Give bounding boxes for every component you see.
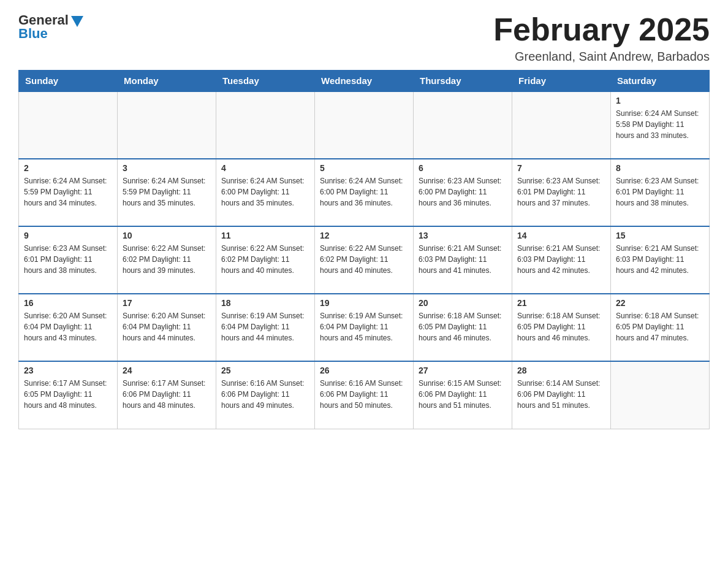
day-info: Sunrise: 6:23 AM Sunset: 6:01 PM Dayligh… bbox=[517, 175, 605, 209]
day-info: Sunrise: 6:14 AM Sunset: 6:06 PM Dayligh… bbox=[517, 378, 605, 411]
day-number: 15 bbox=[616, 231, 704, 240]
day-info: Sunrise: 6:24 AM Sunset: 6:00 PM Dayligh… bbox=[221, 175, 309, 209]
calendar-cell: 22Sunrise: 6:18 AM Sunset: 6:05 PM Dayli… bbox=[611, 294, 710, 361]
day-info: Sunrise: 6:16 AM Sunset: 6:06 PM Dayligh… bbox=[320, 378, 408, 411]
calendar-cell bbox=[512, 91, 611, 159]
calendar-week-row: 1Sunrise: 6:24 AM Sunset: 5:58 PM Daylig… bbox=[19, 91, 710, 159]
day-number: 25 bbox=[221, 366, 309, 375]
calendar-week-row: 2Sunrise: 6:24 AM Sunset: 5:59 PM Daylig… bbox=[19, 159, 710, 226]
day-number: 17 bbox=[123, 298, 211, 308]
calendar-cell: 6Sunrise: 6:23 AM Sunset: 6:00 PM Daylig… bbox=[414, 159, 512, 226]
day-info: Sunrise: 6:24 AM Sunset: 6:00 PM Dayligh… bbox=[320, 175, 408, 209]
calendar-cell: 28Sunrise: 6:14 AM Sunset: 6:06 PM Dayli… bbox=[512, 361, 611, 429]
calendar-cell: 4Sunrise: 6:24 AM Sunset: 6:00 PM Daylig… bbox=[216, 159, 315, 226]
calendar-cell: 16Sunrise: 6:20 AM Sunset: 6:04 PM Dayli… bbox=[19, 294, 118, 361]
day-number: 14 bbox=[517, 231, 605, 240]
day-info: Sunrise: 6:23 AM Sunset: 6:01 PM Dayligh… bbox=[616, 175, 704, 209]
calendar-week-row: 16Sunrise: 6:20 AM Sunset: 6:04 PM Dayli… bbox=[19, 294, 710, 361]
calendar-cell: 3Sunrise: 6:24 AM Sunset: 5:59 PM Daylig… bbox=[118, 159, 216, 226]
day-number: 23 bbox=[24, 366, 112, 375]
calendar-cell bbox=[414, 91, 512, 159]
calendar-cell: 14Sunrise: 6:21 AM Sunset: 6:03 PM Dayli… bbox=[512, 226, 611, 294]
calendar-cell: 15Sunrise: 6:21 AM Sunset: 6:03 PM Dayli… bbox=[611, 226, 710, 294]
calendar-cell: 26Sunrise: 6:16 AM Sunset: 6:06 PM Dayli… bbox=[315, 361, 414, 429]
day-info: Sunrise: 6:22 AM Sunset: 6:02 PM Dayligh… bbox=[221, 243, 309, 276]
calendar-cell: 27Sunrise: 6:15 AM Sunset: 6:06 PM Dayli… bbox=[414, 361, 512, 429]
calendar-cell: 20Sunrise: 6:18 AM Sunset: 6:05 PM Dayli… bbox=[414, 294, 512, 361]
calendar-cell: 13Sunrise: 6:21 AM Sunset: 6:03 PM Dayli… bbox=[414, 226, 512, 294]
day-info: Sunrise: 6:18 AM Sunset: 6:05 PM Dayligh… bbox=[616, 310, 704, 343]
day-info: Sunrise: 6:22 AM Sunset: 6:02 PM Dayligh… bbox=[320, 243, 408, 276]
day-number: 9 bbox=[24, 231, 112, 240]
calendar-header-row: SundayMondayTuesdayWednesdayThursdayFrid… bbox=[19, 71, 710, 92]
day-number: 16 bbox=[24, 298, 112, 308]
day-number: 28 bbox=[517, 366, 605, 375]
day-number: 19 bbox=[320, 298, 408, 308]
day-number: 18 bbox=[221, 298, 309, 308]
day-info: Sunrise: 6:23 AM Sunset: 6:00 PM Dayligh… bbox=[419, 175, 507, 209]
calendar-cell: 5Sunrise: 6:24 AM Sunset: 6:00 PM Daylig… bbox=[315, 159, 414, 226]
day-number: 7 bbox=[517, 163, 605, 173]
day-info: Sunrise: 6:22 AM Sunset: 6:02 PM Dayligh… bbox=[123, 243, 211, 276]
title-block: February 2025 Greenland, Saint Andrew, B… bbox=[493, 12, 710, 64]
day-number: 10 bbox=[123, 231, 211, 240]
day-info: Sunrise: 6:20 AM Sunset: 6:04 PM Dayligh… bbox=[123, 310, 211, 343]
day-info: Sunrise: 6:17 AM Sunset: 6:06 PM Dayligh… bbox=[123, 378, 211, 411]
calendar-cell: 24Sunrise: 6:17 AM Sunset: 6:06 PM Dayli… bbox=[118, 361, 216, 429]
month-title: February 2025 bbox=[493, 12, 710, 47]
calendar-cell: 19Sunrise: 6:19 AM Sunset: 6:04 PM Dayli… bbox=[315, 294, 414, 361]
calendar-week-row: 9Sunrise: 6:23 AM Sunset: 6:01 PM Daylig… bbox=[19, 226, 710, 294]
day-number: 21 bbox=[517, 298, 605, 308]
day-of-week-header: Thursday bbox=[414, 71, 512, 92]
day-info: Sunrise: 6:20 AM Sunset: 6:04 PM Dayligh… bbox=[24, 310, 112, 343]
day-number: 1 bbox=[616, 96, 704, 105]
day-info: Sunrise: 6:24 AM Sunset: 5:58 PM Dayligh… bbox=[616, 108, 704, 141]
day-number: 20 bbox=[419, 298, 507, 308]
calendar-cell bbox=[315, 91, 414, 159]
page-header: General Blue February 2025 Greenland, Sa… bbox=[18, 12, 710, 64]
day-number: 6 bbox=[419, 163, 507, 173]
day-number: 11 bbox=[221, 231, 309, 240]
day-number: 24 bbox=[123, 366, 211, 375]
day-number: 3 bbox=[123, 163, 211, 173]
day-number: 22 bbox=[616, 298, 704, 308]
calendar-cell: 21Sunrise: 6:18 AM Sunset: 6:05 PM Dayli… bbox=[512, 294, 611, 361]
day-of-week-header: Saturday bbox=[611, 71, 710, 92]
day-info: Sunrise: 6:21 AM Sunset: 6:03 PM Dayligh… bbox=[616, 243, 704, 276]
logo: General Blue bbox=[18, 12, 83, 42]
day-info: Sunrise: 6:24 AM Sunset: 5:59 PM Dayligh… bbox=[24, 175, 112, 209]
day-of-week-header: Wednesday bbox=[315, 71, 414, 92]
calendar-cell: 23Sunrise: 6:17 AM Sunset: 6:05 PM Dayli… bbox=[19, 361, 118, 429]
calendar-cell: 18Sunrise: 6:19 AM Sunset: 6:04 PM Dayli… bbox=[216, 294, 315, 361]
day-info: Sunrise: 6:17 AM Sunset: 6:05 PM Dayligh… bbox=[24, 378, 112, 411]
logo-triangle-icon bbox=[71, 16, 83, 27]
day-info: Sunrise: 6:16 AM Sunset: 6:06 PM Dayligh… bbox=[221, 378, 309, 411]
calendar-cell: 25Sunrise: 6:16 AM Sunset: 6:06 PM Dayli… bbox=[216, 361, 315, 429]
calendar-table: SundayMondayTuesdayWednesdayThursdayFrid… bbox=[18, 70, 710, 429]
day-number: 13 bbox=[419, 231, 507, 240]
day-info: Sunrise: 6:19 AM Sunset: 6:04 PM Dayligh… bbox=[320, 310, 408, 343]
logo-blue-text: Blue bbox=[18, 26, 48, 42]
calendar-cell: 9Sunrise: 6:23 AM Sunset: 6:01 PM Daylig… bbox=[19, 226, 118, 294]
day-info: Sunrise: 6:21 AM Sunset: 6:03 PM Dayligh… bbox=[419, 243, 507, 276]
calendar-cell: 17Sunrise: 6:20 AM Sunset: 6:04 PM Dayli… bbox=[118, 294, 216, 361]
calendar-week-row: 23Sunrise: 6:17 AM Sunset: 6:05 PM Dayli… bbox=[19, 361, 710, 429]
calendar-cell bbox=[611, 361, 710, 429]
day-number: 8 bbox=[616, 163, 704, 173]
calendar-cell bbox=[19, 91, 118, 159]
calendar-cell bbox=[118, 91, 216, 159]
calendar-cell bbox=[216, 91, 315, 159]
day-number: 4 bbox=[221, 163, 309, 173]
day-of-week-header: Tuesday bbox=[216, 71, 315, 92]
calendar-cell: 12Sunrise: 6:22 AM Sunset: 6:02 PM Dayli… bbox=[315, 226, 414, 294]
day-info: Sunrise: 6:23 AM Sunset: 6:01 PM Dayligh… bbox=[24, 243, 112, 276]
day-number: 27 bbox=[419, 366, 507, 375]
day-info: Sunrise: 6:21 AM Sunset: 6:03 PM Dayligh… bbox=[517, 243, 605, 276]
day-info: Sunrise: 6:18 AM Sunset: 6:05 PM Dayligh… bbox=[419, 310, 507, 343]
calendar-cell: 1Sunrise: 6:24 AM Sunset: 5:58 PM Daylig… bbox=[611, 91, 710, 159]
day-number: 5 bbox=[320, 163, 408, 173]
calendar-cell: 2Sunrise: 6:24 AM Sunset: 5:59 PM Daylig… bbox=[19, 159, 118, 226]
calendar-cell: 10Sunrise: 6:22 AM Sunset: 6:02 PM Dayli… bbox=[118, 226, 216, 294]
day-info: Sunrise: 6:15 AM Sunset: 6:06 PM Dayligh… bbox=[419, 378, 507, 411]
day-of-week-header: Friday bbox=[512, 71, 611, 92]
